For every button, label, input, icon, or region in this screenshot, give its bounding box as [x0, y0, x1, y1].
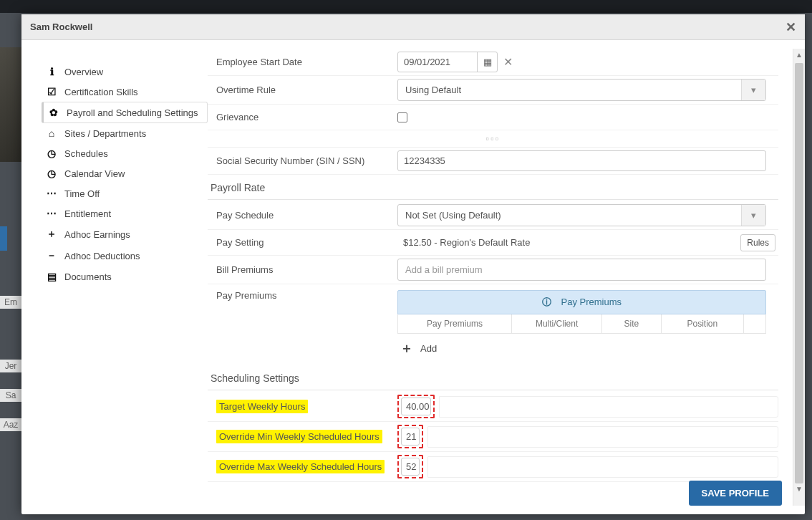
row-pay-setting: Pay Setting $12.50 - Region's Default Ra…: [208, 230, 778, 256]
save-profile-button[interactable]: SAVE PROFILE: [689, 481, 782, 506]
nav-label: Certification Skills: [64, 87, 138, 97]
pay-premiums-banner: ⓘ Pay Premiums: [397, 290, 766, 314]
nav-label: Time Off: [64, 188, 100, 199]
highlight-box: 52: [397, 455, 423, 478]
pay-setting-value: $12.50 - Region's Default Rate: [397, 233, 536, 252]
check-icon: ☑: [46, 86, 57, 97]
pay-schedule-select[interactable]: Not Set (Using Default) ▾: [397, 204, 766, 226]
rules-button[interactable]: Rules: [740, 234, 775, 251]
section-divider-handles: ▫▫▫: [208, 130, 778, 148]
label-bill-premiums: Bill Premiums: [208, 264, 397, 275]
sidebar-nav: ℹ Overview ☑ Certification Skills ✿ Payr…: [21, 49, 208, 506]
field-rest: [427, 426, 778, 448]
row-target-weekly-hours: Target Weekly Hours 40.00: [208, 392, 778, 422]
nav-payroll-scheduling[interactable]: ✿ Payroll and Scheduling Settings: [42, 102, 208, 123]
row-overtime-rule: Overtime Rule Using Default ▾: [208, 76, 778, 105]
dots-icon: ⋯: [46, 208, 57, 219]
chevron-down-icon: ▾: [741, 205, 765, 226]
min-hours-input[interactable]: 21: [401, 428, 420, 446]
nav-adhoc-earnings[interactable]: ＋ Adhoc Earnings: [46, 223, 208, 245]
row-pay-schedule: Pay Schedule Not Set (Using Default) ▾: [208, 201, 778, 230]
clock-icon: ◷: [46, 148, 57, 159]
nav-label: Calendar View: [64, 168, 125, 179]
max-hours-input[interactable]: 52: [401, 458, 420, 476]
content-panel: Employee Start Date 09/01/2021 ▦ ✕ Overt…: [208, 49, 793, 506]
label-max-hours: Override Max Weekly Scheduled Hours: [216, 460, 385, 473]
grievance-checkbox[interactable]: [397, 112, 407, 122]
nav-label: Entitlement: [64, 208, 111, 219]
bill-premium-input[interactable]: Add a bill premium: [397, 259, 766, 281]
field-rest: [439, 396, 778, 418]
nav-label: Documents: [64, 271, 112, 282]
nav-documents[interactable]: ▤ Documents: [46, 266, 208, 287]
row-grievance: Grievance: [208, 105, 778, 130]
bg-image: [0, 47, 21, 162]
modal-title: Sam Rockwell: [30, 21, 92, 32]
nav-sites[interactable]: ⌂ Sites / Departments: [46, 123, 208, 143]
label-emp-start: Employee Start Date: [208, 57, 397, 67]
date-value: 09/01/2021: [398, 52, 477, 72]
add-pay-premium-button[interactable]: ＋ Add: [397, 334, 766, 362]
document-icon: ▤: [46, 271, 57, 282]
nav-calendar[interactable]: ◷ Calendar View: [46, 163, 208, 183]
scroll-thumb[interactable]: [795, 63, 803, 483]
nav-label: Schedules: [64, 148, 108, 159]
col-actions: [744, 314, 765, 333]
nav-overview[interactable]: ℹ Overview: [46, 62, 208, 82]
heading-payroll-rate: Payroll Rate: [208, 175, 778, 200]
label-target-hours: Target Weekly Hours: [216, 400, 308, 413]
scrollbar[interactable]: ▲ ▼: [793, 49, 805, 506]
highlight-box: 40.00: [397, 395, 435, 418]
label-pay-premiums: Pay Premiums: [208, 290, 397, 301]
scroll-up-icon[interactable]: ▲: [793, 49, 805, 60]
col-pay-premiums: Pay Premiums: [398, 314, 512, 333]
row-ssn: Social Security Number (SIN / SSN) 12234…: [208, 148, 778, 175]
row-pay-premiums: Pay Premiums ⓘ Pay Premiums Pay Premiums…: [208, 284, 778, 365]
nav-schedules[interactable]: ◷ Schedules: [46, 143, 208, 163]
bg-name1: Jer: [0, 360, 21, 372]
nav-adhoc-deductions[interactable]: － Adhoc Deductions: [46, 245, 208, 266]
nav-label: Adhoc Deductions: [64, 251, 140, 261]
clear-date-icon[interactable]: ✕: [503, 55, 513, 69]
label-pay-schedule: Pay Schedule: [208, 210, 397, 221]
field-rest: [427, 456, 778, 478]
label-pay-setting: Pay Setting: [208, 237, 397, 248]
clock-icon: ◷: [46, 168, 57, 179]
bg-topbar: [0, 0, 812, 13]
scroll-down-icon[interactable]: ▼: [793, 483, 805, 495]
row-employee-start-date: Employee Start Date 09/01/2021 ▦ ✕: [208, 49, 778, 76]
target-hours-input[interactable]: 40.00: [401, 398, 431, 415]
banner-text: Pay Premiums: [561, 297, 622, 307]
close-icon[interactable]: ✕: [786, 19, 796, 35]
nav-timeoff[interactable]: ⋯ Time Off: [46, 183, 208, 203]
calendar-icon[interactable]: ▦: [477, 52, 497, 72]
label-grievance: Grievance: [208, 112, 397, 122]
select-value: Not Set (Using Default): [398, 205, 741, 226]
chevron-down-icon: ▾: [741, 80, 765, 100]
col-site: Site: [602, 314, 662, 333]
bg-name2: Sa: [0, 389, 21, 402]
col-position: Position: [662, 314, 744, 333]
bg-em-text: Em: [0, 296, 21, 309]
nav-label: Sites / Departments: [64, 128, 146, 139]
dots-icon: ⋯: [46, 188, 57, 199]
plus-icon: ＋: [46, 228, 57, 241]
nav-label: Payroll and Scheduling Settings: [67, 107, 198, 118]
ssn-input[interactable]: 12234335: [397, 150, 766, 171]
employee-start-date-input[interactable]: 09/01/2021 ▦: [397, 52, 498, 72]
bg-name3: Aaz: [0, 418, 21, 431]
heading-scheduling-settings: Scheduling Settings: [208, 365, 778, 390]
nav-entitlement[interactable]: ⋯ Entitlement: [46, 203, 208, 223]
info-icon: ℹ: [46, 66, 57, 77]
nav-label: Overview: [64, 67, 103, 77]
overtime-rule-select[interactable]: Using Default ▾: [397, 79, 766, 101]
add-label: Add: [420, 343, 437, 354]
content-wrap: Employee Start Date 09/01/2021 ▦ ✕ Overt…: [208, 49, 805, 506]
nav-certification[interactable]: ☑ Certification Skills: [46, 82, 208, 102]
row-override-max-hours: Override Max Weekly Scheduled Hours 52: [208, 452, 778, 482]
modal-body: ℹ Overview ☑ Certification Skills ✿ Payr…: [21, 40, 805, 514]
plus-icon: ＋: [400, 340, 413, 357]
label-ssn: Social Security Number (SIN / SSN): [208, 155, 397, 166]
nav-label: Adhoc Earnings: [64, 229, 130, 240]
select-value: Using Default: [398, 80, 741, 100]
